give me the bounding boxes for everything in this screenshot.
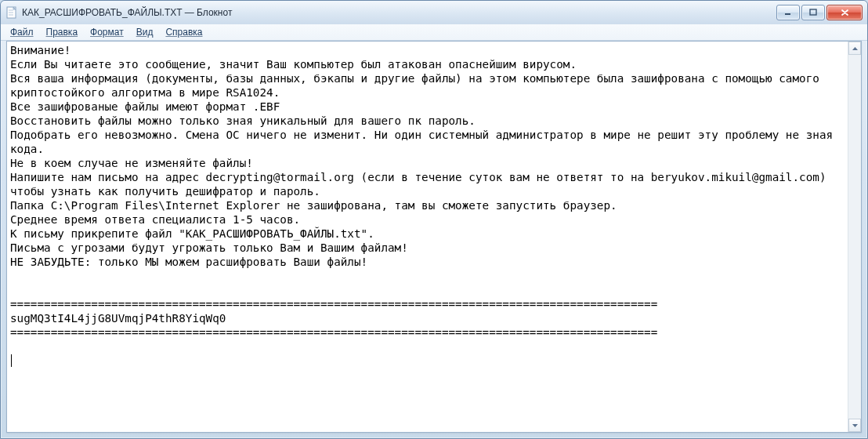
editor-frame: Внимание! Если Вы читаете это сообщение,… [6, 41, 862, 433]
menu-format[interactable]: Формат [84, 25, 130, 39]
menubar: Файл Правка Формат Вид Справка [1, 24, 867, 41]
menu-view[interactable]: Вид [130, 25, 160, 39]
maximize-button[interactable] [801, 5, 825, 20]
menu-edit[interactable]: Правка [40, 25, 85, 39]
minimize-button[interactable] [776, 5, 800, 20]
menu-file[interactable]: Файл [4, 25, 40, 39]
svg-rect-5 [810, 9, 816, 15]
menu-help[interactable]: Справка [159, 25, 208, 39]
vertical-scrollbar[interactable] [848, 42, 861, 432]
window-controls [775, 5, 863, 20]
document-icon [5, 6, 18, 19]
scroll-down-button[interactable] [848, 419, 861, 432]
text-body: Внимание! Если Вы читаете это сообщение,… [10, 44, 840, 339]
window-title: КАК_РАСШИФРОВАТЬ_ФАЙЛЫ.TXT — Блокнот [22, 7, 775, 18]
close-button[interactable] [826, 5, 863, 20]
text-caret [11, 354, 12, 367]
notepad-window: КАК_РАСШИФРОВАТЬ_ФАЙЛЫ.TXT — Блокнот Фай… [0, 0, 868, 439]
scroll-track[interactable] [848, 55, 861, 419]
scroll-up-button[interactable] [848, 42, 861, 55]
titlebar[interactable]: КАК_РАСШИФРОВАТЬ_ФАЙЛЫ.TXT — Блокнот [1, 1, 867, 24]
text-content[interactable]: Внимание! Если Вы читаете это сообщение,… [7, 42, 848, 432]
